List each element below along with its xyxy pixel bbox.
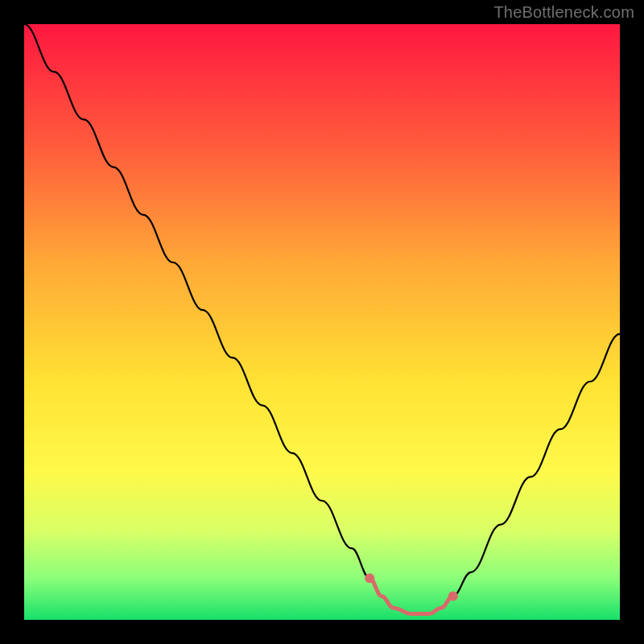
attribution-text: TheBottleneck.com bbox=[493, 3, 634, 22]
optimal-range-segment bbox=[369, 578, 453, 613]
chart-plot-area bbox=[24, 24, 620, 620]
curve-marker bbox=[365, 573, 374, 583]
curve-marker bbox=[448, 591, 458, 601]
chart-overlay bbox=[24, 24, 620, 620]
bottleneck-curve bbox=[24, 24, 620, 614]
